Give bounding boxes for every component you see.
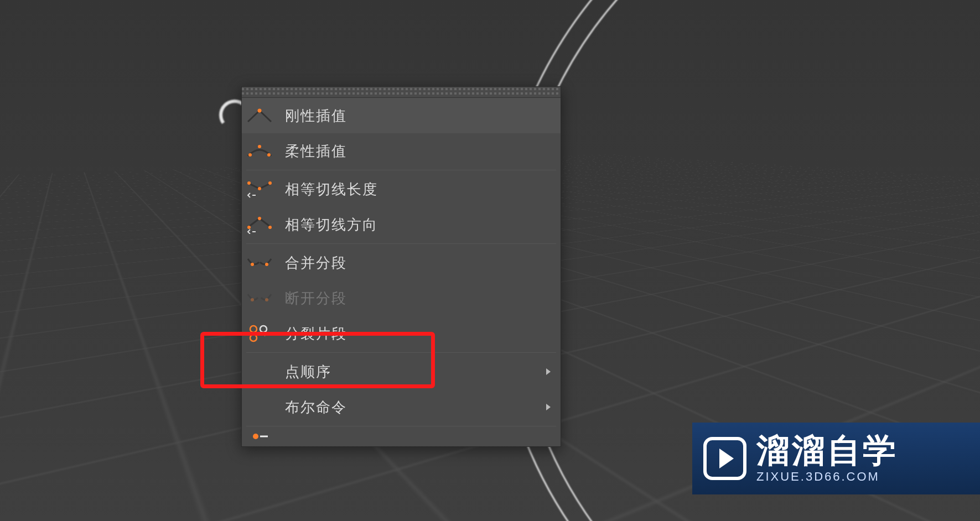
watermark-subtitle: ZIXUE.3D66.COM bbox=[756, 471, 898, 483]
menu-separator bbox=[246, 352, 556, 353]
svg-point-9 bbox=[268, 226, 272, 229]
menu-item-equal-tangent-dir[interactable]: 相等切线方向 bbox=[242, 207, 561, 242]
context-menu: 刚性插值 柔性插值 bbox=[241, 86, 561, 447]
menu-item-label: 相等切线方向 bbox=[285, 215, 551, 235]
svg-point-3 bbox=[267, 153, 271, 157]
svg-point-2 bbox=[258, 145, 261, 148]
watermark: 溜溜自学 ZIXUE.3D66.COM bbox=[692, 423, 980, 494]
menu-item-point-order[interactable]: 点顺序 bbox=[242, 354, 561, 389]
create-point-icon bbox=[246, 428, 273, 446]
svg-point-16 bbox=[260, 326, 267, 332]
menu-item-label: 柔性插值 bbox=[285, 142, 551, 161]
menu-item-label: 点顺序 bbox=[285, 362, 534, 382]
svg-point-15 bbox=[250, 335, 257, 341]
svg-point-1 bbox=[248, 153, 252, 157]
menu-item-split-segments[interactable]: 分裂片段 bbox=[242, 316, 561, 351]
svg-point-4 bbox=[247, 181, 251, 185]
menu-item-break-segments: 断开分段 bbox=[242, 280, 561, 316]
svg-point-0 bbox=[258, 109, 262, 113]
menu-item-soft-interp[interactable]: 柔性插值 bbox=[242, 133, 561, 169]
menu-item-rigid-interp[interactable]: 刚性插值 bbox=[242, 98, 561, 133]
merge-segments-icon bbox=[246, 249, 273, 276]
svg-point-8 bbox=[258, 217, 261, 220]
watermark-title: 溜溜自学 bbox=[756, 434, 898, 467]
menu-separator bbox=[246, 243, 556, 244]
svg-point-6 bbox=[268, 181, 272, 185]
equal-tangent-len-icon bbox=[246, 176, 273, 202]
svg-point-11 bbox=[265, 263, 268, 266]
svg-point-12 bbox=[251, 298, 254, 301]
submenu-placeholder-icon bbox=[246, 358, 273, 385]
svg-point-5 bbox=[258, 187, 261, 190]
menu-item-boolean-cmd[interactable]: 布尔命令 bbox=[242, 389, 561, 425]
menu-item-equal-tangent-len[interactable]: 相等切线长度 bbox=[242, 171, 561, 207]
menu-item-label: 相等切线长度 bbox=[285, 180, 551, 199]
svg-point-14 bbox=[250, 326, 257, 332]
split-segments-icon bbox=[246, 320, 273, 347]
menu-item-label: 断开分段 bbox=[285, 289, 551, 308]
menu-item-label: 布尔命令 bbox=[285, 398, 534, 417]
menu-item-label: 刚性插值 bbox=[285, 106, 551, 126]
svg-point-10 bbox=[251, 263, 254, 266]
viewport-3d[interactable]: 刚性插值 柔性插值 bbox=[0, 0, 980, 521]
menu-separator bbox=[246, 170, 556, 170]
menu-item-cutoff[interactable] bbox=[242, 428, 561, 446]
chevron-right-icon bbox=[546, 368, 551, 375]
play-icon bbox=[703, 437, 746, 480]
svg-point-7 bbox=[247, 226, 251, 229]
svg-point-17 bbox=[253, 434, 258, 439]
submenu-placeholder-icon bbox=[246, 394, 273, 420]
svg-point-13 bbox=[265, 298, 268, 301]
chevron-right-icon bbox=[546, 404, 551, 410]
menu-grip[interactable] bbox=[242, 87, 561, 98]
break-segments-icon bbox=[246, 285, 273, 311]
rigid-interp-icon bbox=[246, 102, 273, 129]
soft-interp-icon bbox=[246, 138, 273, 164]
menu-item-label: 合并分段 bbox=[285, 253, 551, 273]
menu-separator bbox=[246, 426, 556, 426]
menu-item-merge-segments[interactable]: 合并分段 bbox=[242, 245, 561, 280]
menu-item-label: 分裂片段 bbox=[285, 324, 551, 343]
equal-tangent-dir-icon bbox=[246, 211, 273, 238]
